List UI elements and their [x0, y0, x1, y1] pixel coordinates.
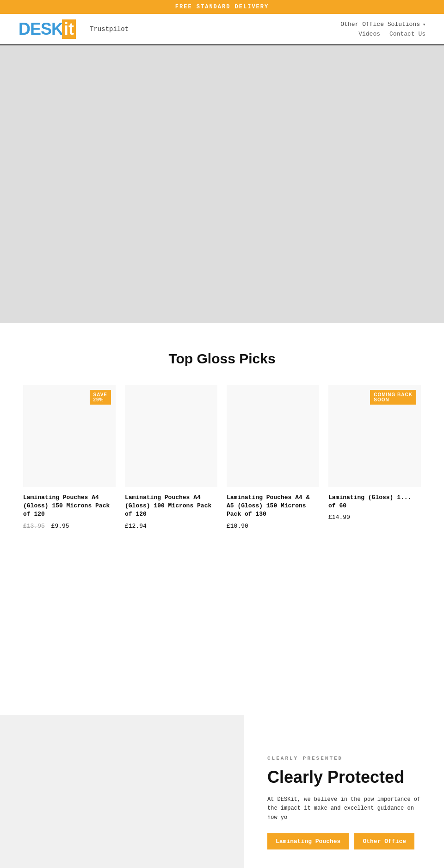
chevron-down-icon: ▾: [423, 22, 426, 27]
clearly-buttons: Laminating Pouches Other Office: [267, 833, 426, 849]
clearly-title: Clearly Protected: [267, 768, 426, 787]
product-price-1: £13.95 £9.95: [23, 523, 116, 530]
product-title-3: Laminating Pouches A4 & A5 (Gloss) 150 M…: [227, 493, 319, 519]
clearly-label: CLEARLY PRESENTED: [267, 756, 426, 761]
videos-link[interactable]: Videos: [358, 31, 380, 37]
product-image-placeholder-2: [125, 385, 217, 487]
top-banner: FREE STANDARD DELIVERY: [0, 0, 444, 14]
product-card-4[interactable]: COMING BACKSOON Laminating (Gloss) 1... …: [324, 385, 426, 530]
contact-link[interactable]: Contact Us: [389, 31, 426, 37]
logo-desk: DESK: [18, 19, 63, 39]
product-card-2[interactable]: Laminating Pouches A4 (Gloss) 100 Micron…: [120, 385, 222, 530]
hero-image: [0, 45, 444, 323]
other-office-button[interactable]: Other Office: [354, 833, 414, 849]
header-right-top: Other Office Solutions ▾: [340, 21, 426, 28]
product-price-4: £14.90: [328, 514, 421, 521]
price-new-1: £9.95: [51, 523, 69, 530]
product-card-3[interactable]: Laminating Pouches A4 & A5 (Gloss) 150 M…: [222, 385, 324, 530]
price-old-1: £13.95: [23, 523, 45, 530]
price-single-4: £14.90: [328, 514, 350, 521]
logo-it: it: [62, 19, 76, 39]
product-image-3: [227, 385, 319, 487]
site-header: DESK it Trustpilot Other Office Solution…: [0, 14, 444, 45]
price-single-2: £12.94: [125, 523, 147, 530]
product-title-1: Laminating Pouches A4 (Gloss) 150 Micron…: [23, 493, 116, 519]
laminating-pouches-button[interactable]: Laminating Pouches: [267, 833, 349, 849]
other-solutions-link[interactable]: Other Office Solutions: [340, 21, 420, 28]
product-price-3: £10.90: [227, 523, 319, 530]
header-right-bottom: Videos Contact Us: [358, 31, 426, 37]
logo[interactable]: DESK it: [18, 19, 76, 39]
clearly-image: [0, 715, 244, 868]
product-title-4: Laminating (Gloss) 1... of 60: [328, 493, 421, 510]
clearly-text: At DESKit, we believe in the pow importa…: [267, 795, 426, 822]
product-title-2: Laminating Pouches A4 (Gloss) 100 Micron…: [125, 493, 217, 519]
products-row: SAVE29% Laminating Pouches A4 (Gloss) 15…: [18, 385, 426, 530]
gloss-section-title: Top Gloss Picks: [18, 351, 426, 367]
product-card-1[interactable]: SAVE29% Laminating Pouches A4 (Gloss) 15…: [18, 385, 120, 530]
clearly-section: CLEARLY PRESENTED Clearly Protected At D…: [0, 715, 444, 868]
product-badge-4: COMING BACKSOON: [370, 390, 416, 405]
spacer-1: [0, 548, 444, 687]
product-image-2: [125, 385, 217, 487]
product-badge-1: SAVE29%: [90, 390, 111, 405]
product-price-2: £12.94: [125, 523, 217, 530]
product-image-1: SAVE29%: [23, 385, 116, 487]
header-left: DESK it Trustpilot: [18, 19, 129, 39]
product-image-placeholder-3: [227, 385, 319, 487]
header-right: Other Office Solutions ▾ Videos Contact …: [340, 21, 426, 37]
price-single-3: £10.90: [227, 523, 248, 530]
banner-text: FREE STANDARD DELIVERY: [175, 4, 269, 10]
trustpilot-link[interactable]: Trustpilot: [90, 25, 129, 33]
gloss-section: Top Gloss Picks SAVE29% Laminating Pouch…: [0, 323, 444, 548]
clearly-content: CLEARLY PRESENTED Clearly Protected At D…: [244, 715, 444, 868]
product-image-4: COMING BACKSOON: [328, 385, 421, 487]
